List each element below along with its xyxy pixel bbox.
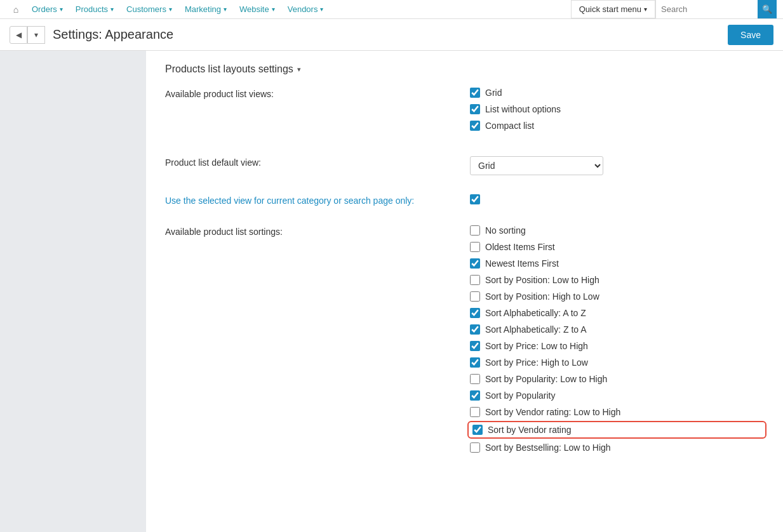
sorting-popularity_low_high-label[interactable]: Sort by Popularity: Low to High bbox=[485, 374, 607, 384]
search-container: 🔍 bbox=[655, 0, 777, 18]
main-content: Products list layouts settings ▾ Availab… bbox=[146, 51, 783, 532]
sorting-pos_high_low-label[interactable]: Sort by Position: High to Low bbox=[485, 291, 599, 302]
use-selected-view-checkbox[interactable] bbox=[470, 194, 480, 204]
sorting-no_sorting-checkbox[interactable] bbox=[470, 225, 480, 236]
sidebar bbox=[0, 51, 146, 532]
sorting-no_sorting-item: No sorting bbox=[470, 225, 764, 236]
available-views-row: Available product list views: Grid List … bbox=[165, 88, 764, 143]
view-grid-item: Grid bbox=[470, 88, 764, 98]
sorting-pos_low_high-checkbox[interactable] bbox=[470, 275, 480, 285]
use-selected-view-row: Use the selected view for current catego… bbox=[165, 194, 764, 213]
use-selected-view-label: Use the selected view for current catego… bbox=[165, 194, 470, 206]
view-grid-label[interactable]: Grid bbox=[485, 88, 502, 98]
sorting-price_high_low-label[interactable]: Sort by Price: High to Low bbox=[485, 357, 588, 368]
sorting-alpha_a_z-label[interactable]: Sort Alphabetically: A to Z bbox=[485, 308, 586, 318]
sorting-newest_first-item: Newest Items First bbox=[470, 258, 764, 269]
default-view-row: Product list default view: Grid List wit… bbox=[165, 156, 764, 182]
sorting-price_low_high-checkbox[interactable] bbox=[470, 341, 480, 351]
view-compact-checkbox[interactable] bbox=[470, 121, 480, 131]
nav-orders[interactable]: Orders ▾ bbox=[25, 0, 69, 18]
nav-vendors[interactable]: Vendors ▾ bbox=[281, 0, 330, 18]
sorting-price_low_high-item: Sort by Price: Low to High bbox=[470, 341, 764, 351]
sorting-pos_high_low-item: Sort by Position: High to Low bbox=[470, 291, 764, 302]
save-button[interactable]: Save bbox=[728, 25, 773, 45]
sorting-alpha_z_a-label[interactable]: Sort Alphabetically: Z to A bbox=[485, 324, 587, 335]
view-compact-item: Compact list bbox=[470, 121, 764, 131]
sorting-alpha_a_z-checkbox[interactable] bbox=[470, 308, 480, 318]
default-view-control: Grid List without options Compact list bbox=[470, 156, 764, 175]
sorting-bestselling_low_high-item: Sort by Bestselling: Low to High bbox=[470, 442, 764, 453]
vendors-caret-icon: ▾ bbox=[320, 6, 323, 13]
sorting-popularity-checkbox[interactable] bbox=[470, 390, 480, 401]
sorting-popularity-label[interactable]: Sort by Popularity bbox=[485, 390, 556, 401]
page-title: Settings: Appearance bbox=[53, 27, 173, 42]
sorting-newest_first-label[interactable]: Newest Items First bbox=[485, 258, 559, 269]
sorting-bestselling_low_high-checkbox[interactable] bbox=[470, 442, 480, 453]
nav-customers[interactable]: Customers ▾ bbox=[120, 0, 178, 18]
sorting-oldest_first-label[interactable]: Oldest Items First bbox=[485, 242, 555, 252]
sorting-alpha_z_a-checkbox[interactable] bbox=[470, 324, 480, 335]
sorting-vendor_rating_low_high-label[interactable]: Sort by Vendor rating: Low to High bbox=[485, 407, 620, 417]
view-compact-label[interactable]: Compact list bbox=[485, 121, 534, 131]
available-views-label: Available product list views: bbox=[165, 88, 470, 99]
sorting-popularity_low_high-checkbox[interactable] bbox=[470, 374, 480, 384]
view-grid-checkbox[interactable] bbox=[470, 88, 480, 98]
view-list-checkbox[interactable] bbox=[470, 104, 480, 114]
sorting-pos_low_high-label[interactable]: Sort by Position: Low to High bbox=[485, 275, 599, 285]
sortings-label: Available product list sortings: bbox=[165, 225, 470, 237]
sorting-pos_low_high-item: Sort by Position: Low to High bbox=[470, 275, 764, 285]
sortings-control: No sortingOldest Items FirstNewest Items… bbox=[470, 225, 764, 459]
sorting-bestselling_low_high-label[interactable]: Sort by Bestselling: Low to High bbox=[485, 442, 611, 453]
default-view-label: Product list default view: bbox=[165, 156, 470, 168]
sorting-vendor_rating-checkbox[interactable] bbox=[472, 425, 483, 435]
sorting-vendor_rating-item: Sort by Vendor rating bbox=[470, 423, 764, 436]
home-button[interactable]: ⌂ bbox=[6, 0, 25, 18]
nav-website[interactable]: Website ▾ bbox=[233, 0, 281, 18]
products-caret-icon: ▾ bbox=[110, 6, 114, 13]
sorting-pos_high_low-checkbox[interactable] bbox=[470, 291, 480, 302]
back-button[interactable]: ◀ bbox=[10, 26, 27, 44]
view-list-item: List without options bbox=[470, 104, 764, 114]
sorting-price_high_low-item: Sort by Price: High to Low bbox=[470, 357, 764, 368]
sorting-price_high_low-checkbox[interactable] bbox=[470, 357, 480, 368]
sortings-row: Available product list sortings: No sort… bbox=[165, 225, 764, 465]
sorting-newest_first-checkbox[interactable] bbox=[470, 258, 480, 269]
use-selected-view-control bbox=[470, 194, 764, 206]
customers-caret-icon: ▾ bbox=[169, 6, 172, 13]
marketing-caret-icon: ▾ bbox=[224, 6, 227, 13]
dropdown-button[interactable]: ▾ bbox=[27, 26, 45, 44]
sorting-alpha_a_z-item: Sort Alphabetically: A to Z bbox=[470, 308, 764, 318]
page-toolbar: ◀ ▾ Settings: Appearance Save bbox=[0, 19, 783, 51]
available-views-control: Grid List without options Compact list bbox=[470, 88, 764, 137]
section-collapse-icon[interactable]: ▾ bbox=[297, 65, 301, 74]
sorting-oldest_first-checkbox[interactable] bbox=[470, 242, 480, 252]
search-button[interactable]: 🔍 bbox=[758, 0, 777, 18]
top-navigation: ⌂ Orders ▾ Products ▾ Customers ▾ Market… bbox=[0, 0, 783, 19]
view-list-label[interactable]: List without options bbox=[485, 104, 561, 114]
nav-marketing[interactable]: Marketing ▾ bbox=[178, 0, 233, 18]
sorting-price_low_high-label[interactable]: Sort by Price: Low to High bbox=[485, 341, 588, 351]
sorting-alpha_z_a-item: Sort Alphabetically: Z to A bbox=[470, 324, 764, 335]
sorting-popularity_low_high-item: Sort by Popularity: Low to High bbox=[470, 374, 764, 384]
sorting-vendor_rating-label[interactable]: Sort by Vendor rating bbox=[488, 425, 572, 435]
website-caret-icon: ▾ bbox=[272, 6, 275, 13]
orders-caret-icon: ▾ bbox=[60, 6, 63, 13]
quick-start-menu-button[interactable]: Quick start menu ▾ bbox=[571, 0, 655, 18]
sorting-oldest_first-item: Oldest Items First bbox=[470, 242, 764, 252]
search-input[interactable] bbox=[656, 0, 758, 18]
section-header: Products list layouts settings ▾ bbox=[165, 63, 764, 75]
quick-start-caret-icon: ▾ bbox=[644, 6, 647, 13]
default-view-select[interactable]: Grid List without options Compact list bbox=[470, 156, 603, 175]
nav-products[interactable]: Products ▾ bbox=[69, 0, 120, 18]
sorting-vendor_rating_low_high-item: Sort by Vendor rating: Low to High bbox=[470, 407, 764, 417]
sorting-no_sorting-label[interactable]: No sorting bbox=[485, 225, 526, 236]
sorting-popularity-item: Sort by Popularity bbox=[470, 390, 764, 401]
sorting-vendor_rating_low_high-checkbox[interactable] bbox=[470, 407, 480, 417]
